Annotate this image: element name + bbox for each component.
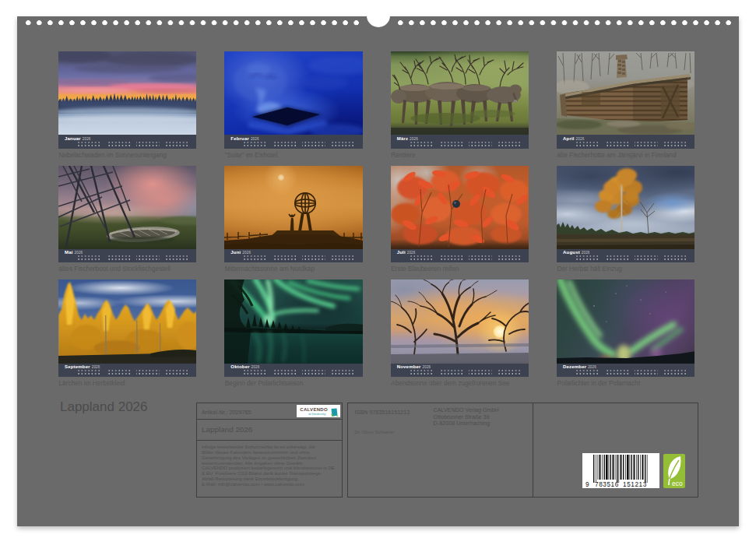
svg-text:783516: 783516	[595, 481, 619, 488]
svg-text:151213: 151213	[623, 481, 647, 488]
svg-text:eco: eco	[672, 480, 683, 487]
svg-text:9: 9	[585, 481, 589, 488]
